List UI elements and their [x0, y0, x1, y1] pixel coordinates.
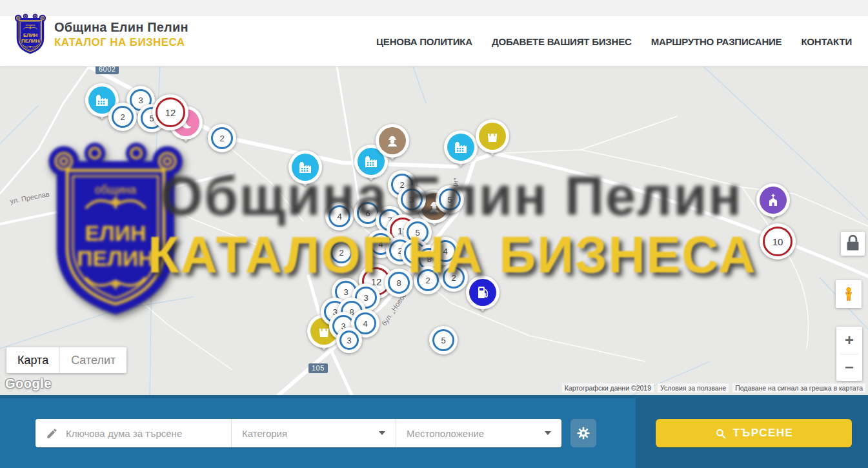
zoom-in-button[interactable]: +	[836, 327, 862, 354]
location-select[interactable]: Местоположение	[396, 419, 561, 447]
pegman-icon	[840, 286, 857, 303]
road-number-badge: 6002	[96, 66, 119, 74]
google-map[interactable]: ул. Преславбул. „Новоселци“ 6002105 3251…	[0, 66, 868, 395]
category-value: Категория	[242, 428, 287, 439]
search-icon	[714, 427, 727, 440]
map-cluster[interactable]: 2	[327, 238, 356, 267]
crest-name-line1: ЕЛИН	[23, 32, 38, 38]
search-form: Категория Местоположение	[35, 419, 561, 447]
cluster-count: 2	[443, 267, 465, 289]
nav-item-contacts[interactable]: КОНТАКТИ	[801, 36, 852, 47]
map-cluster[interactable]: 4	[431, 237, 459, 265]
street-view-pegman-button[interactable]	[836, 280, 862, 308]
nav-item-add-business[interactable]: ДОБАВЕТЕ ВАШИЯТ БИЗНЕС	[492, 36, 632, 47]
map-cluster[interactable]: 10	[760, 223, 796, 259]
cluster-count: 2	[112, 106, 134, 128]
cluster-count: 3	[401, 188, 423, 210]
attribution-report-link[interactable]: Подаване на сигнал за грешка в картата	[732, 383, 865, 392]
cluster-count: 4	[434, 240, 456, 262]
chevron-down-icon	[379, 431, 385, 435]
cluster-count: 2	[211, 127, 233, 149]
shopping-bag-icon	[479, 123, 506, 150]
pencil-icon	[46, 427, 58, 440]
crest-name-line2: ПЕЛИН	[21, 38, 39, 44]
cluster-count: 10	[763, 227, 792, 256]
map-cluster[interactable]: 4	[325, 202, 354, 230]
search-button-label: ТЪРСЕНЕ	[733, 427, 794, 440]
map-cluster[interactable]: 2	[439, 263, 468, 292]
map-lock-button[interactable]	[841, 232, 865, 256]
cluster-count: 5	[439, 188, 461, 210]
lock-icon	[841, 232, 865, 256]
cluster-count: 3	[339, 331, 359, 350]
map-cluster[interactable]: 5	[429, 326, 458, 354]
map-pin-shopping-bag[interactable]	[476, 119, 509, 161]
map-pin-church[interactable]	[756, 183, 790, 225]
factory-icon	[447, 134, 474, 161]
map-cluster[interactable]: 3	[336, 327, 362, 353]
attribution-terms-link[interactable]: Условия за ползване	[658, 383, 729, 392]
main-nav: ЦЕНОВА ПОЛИТИКА ДОБАВЕТЕ ВАШИЯТ БИЗНЕС М…	[376, 16, 852, 66]
advanced-settings-button[interactable]	[570, 419, 596, 447]
location-value: Местоположение	[407, 428, 484, 439]
zoom-control: + −	[836, 327, 862, 381]
crest-small-text: община	[25, 23, 35, 26]
map-type-control: Карта Сателит	[6, 347, 126, 373]
cluster-count: 2	[330, 241, 352, 263]
site-title: Община Елин Пелин	[54, 20, 188, 35]
attribution-copyright: Картографски данни ©2019	[562, 383, 654, 392]
nav-item-route-schedule[interactable]: МАРШРУТНО РАЗПИСАНИЕ	[651, 36, 782, 47]
map-cluster[interactable]: 3	[398, 185, 426, 214]
map-cluster[interactable]: 2	[108, 103, 137, 131]
map-pin-worker[interactable]	[376, 124, 409, 165]
google-logo[interactable]: Google	[5, 376, 52, 391]
cluster-count: 8	[388, 272, 410, 294]
gear-icon	[576, 426, 590, 440]
cluster-count: 12	[156, 97, 185, 127]
municipality-crest-logo: община ЕЛИН ПЕЛИН	[14, 14, 46, 55]
zoom-out-button[interactable]: −	[836, 354, 862, 382]
road-number-badge: 105	[308, 363, 328, 373]
cluster-count: 2	[417, 269, 439, 291]
page: община ЕЛИН ПЕЛИН Община Елин Пелин КАТА…	[0, 0, 868, 468]
nav-item-pricing[interactable]: ЦЕНОВА ПОЛИТИКА	[376, 36, 472, 47]
cluster-count: 4	[328, 205, 350, 227]
map-type-satellite-button[interactable]: Сателит	[59, 347, 126, 373]
brand-text: Община Елин Пелин КАТАЛОГ НА БИЗНЕСА	[54, 20, 188, 49]
map-pin-factory[interactable]	[288, 150, 322, 192]
factory-icon	[292, 154, 319, 181]
search-bar: Категория Местоположение	[0, 395, 868, 468]
map-cluster[interactable]: 8	[385, 269, 413, 297]
map-cluster[interactable]: 2	[208, 124, 236, 152]
header: община ЕЛИН ПЕЛИН Община Елин Пелин КАТА…	[0, 16, 868, 66]
map-cluster[interactable]: 12	[152, 94, 188, 130]
map-pin-fuel[interactable]	[466, 276, 500, 317]
church-icon	[760, 187, 787, 214]
cluster-count: 5	[432, 329, 454, 351]
map-pin-factory[interactable]	[444, 130, 478, 172]
category-select[interactable]: Категория	[231, 419, 396, 447]
fuel-icon	[469, 279, 496, 306]
site-subtitle: КАТАЛОГ НА БИЗНЕСА	[54, 36, 188, 49]
search-button[interactable]: ТЪРСЕНЕ	[656, 419, 852, 447]
map-type-map-button[interactable]: Карта	[6, 347, 59, 373]
map-cluster[interactable]: 5	[436, 185, 464, 214]
keyword-section	[35, 419, 231, 447]
keyword-input[interactable]	[66, 428, 221, 439]
brand[interactable]: община ЕЛИН ПЕЛИН Община Елин Пелин КАТА…	[14, 14, 188, 55]
map-attribution: Картографски данни ©2019 Условия за полз…	[562, 383, 865, 392]
map-cluster[interactable]: 2	[414, 266, 442, 294]
worker-icon	[379, 127, 406, 154]
chevron-down-icon	[545, 431, 551, 435]
